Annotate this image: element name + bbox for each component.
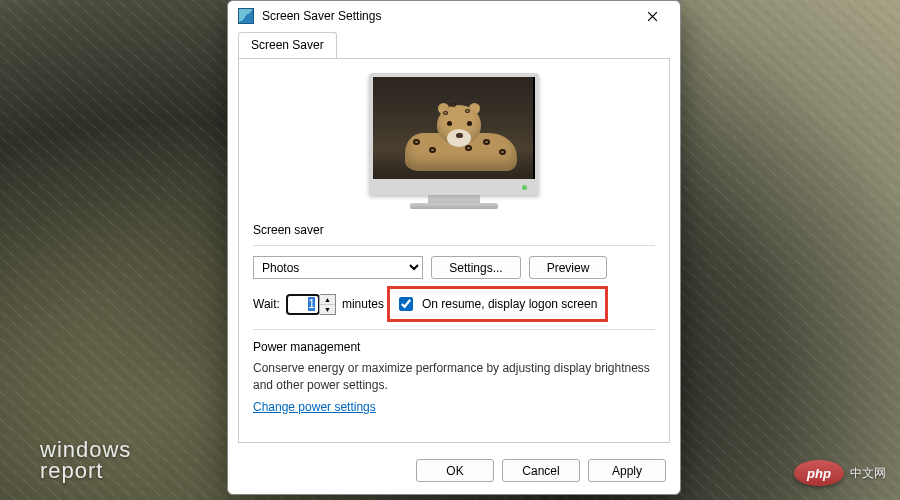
screensaver-group-label: Screen saver [253,223,655,237]
on-resume-highlight: On resume, display logon screen [390,289,605,319]
wait-up-button[interactable]: ▲ [320,295,335,305]
wait-down-button[interactable]: ▼ [320,305,335,314]
app-icon [238,8,254,24]
tabstrip: Screen Saver [228,31,680,58]
preview-button[interactable]: Preview [529,256,607,279]
screensaver-settings-dialog: Screen Saver Settings Screen Saver [227,0,681,495]
preview-monitor [253,73,655,209]
php-badge: php [794,460,844,486]
tab-screen-saver[interactable]: Screen Saver [238,32,337,59]
titlebar[interactable]: Screen Saver Settings [228,1,680,31]
on-resume-checkbox[interactable] [399,297,413,311]
wait-input[interactable] [287,295,319,314]
watermark-windowsreport: windows report [40,440,131,482]
close-icon [647,11,658,22]
close-button[interactable] [630,2,674,30]
change-power-settings-link[interactable]: Change power settings [253,400,376,414]
leopard-image [381,99,525,173]
on-resume-label: On resume, display logon screen [422,297,597,311]
ok-button[interactable]: OK [416,459,494,482]
screensaver-select[interactable]: Photos [253,256,423,279]
wait-spinner[interactable]: ▲ ▼ [286,294,336,315]
apply-button[interactable]: Apply [588,459,666,482]
power-group-label: Power management [253,340,655,354]
php-cn-text: 中文网 [850,465,886,482]
cancel-button[interactable]: Cancel [502,459,580,482]
watermark-line2: report [40,461,131,482]
divider [253,245,655,246]
divider [253,329,655,330]
preview-screen [373,77,533,179]
settings-button[interactable]: Settings... [431,256,521,279]
wait-unit: minutes [342,297,384,311]
dialog-buttons: OK Cancel Apply [228,451,680,494]
watermark-php: php 中文网 [794,460,886,486]
wait-label: Wait: [253,297,280,311]
window-title: Screen Saver Settings [262,9,630,23]
tab-panel: Screen saver Photos Settings... Preview … [238,58,670,443]
power-description: Conserve energy or maximize performance … [253,360,655,394]
